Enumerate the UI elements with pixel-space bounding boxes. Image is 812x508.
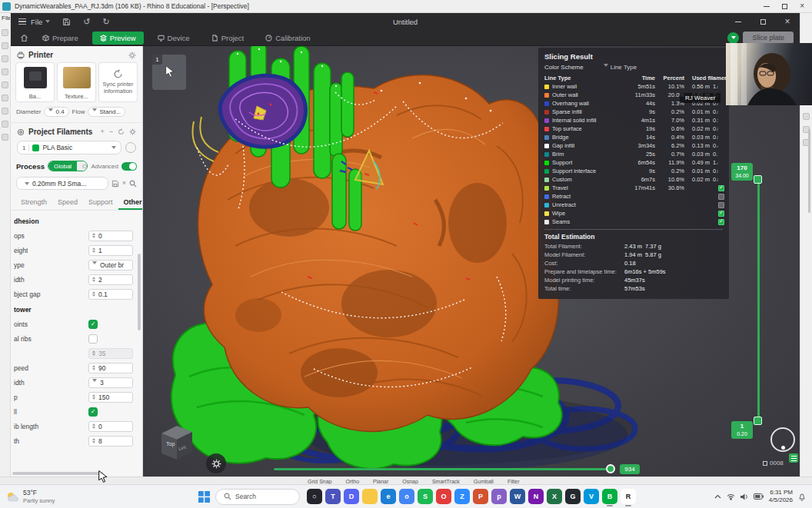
taskbar-app-icon[interactable]: O	[436, 489, 451, 504]
setting-checkbox[interactable]	[88, 320, 98, 329]
nozzle-diameter-select[interactable]: 0.4	[44, 107, 68, 117]
rhino-status-toggle[interactable]: Grid Snap	[308, 479, 332, 484]
tab-support[interactable]: Support	[83, 197, 118, 210]
taskbar-app-icon[interactable]: D	[344, 489, 359, 504]
setting-checkbox[interactable]	[88, 334, 98, 344]
search-input[interactable]: Search	[215, 489, 300, 505]
taskbar-app-icon[interactable]: S	[418, 489, 433, 504]
setting-input[interactable]: 35	[88, 348, 133, 359]
layer-slider-bottom-handle[interactable]	[754, 417, 762, 425]
file-menu[interactable]: File	[31, 18, 42, 26]
taskbar-app-icon[interactable]: P	[473, 489, 488, 504]
rhino-status-toggle[interactable]: SmartTrack	[432, 479, 460, 484]
plate-indicator[interactable]: 1	[152, 55, 186, 90]
rhino-status-toggle[interactable]: Ortho	[346, 479, 360, 484]
slice-plate-button[interactable]: Slice plate	[743, 32, 794, 44]
setting-input[interactable]: 0	[88, 421, 133, 432]
add-filament-button[interactable]: +	[100, 128, 104, 135]
stepper-arrows-icon[interactable]	[92, 246, 95, 254]
slicer-maximize-button[interactable]	[750, 13, 775, 30]
slicer-close-button[interactable]: ×	[775, 13, 800, 30]
rhino-toolbar-icon[interactable]	[2, 108, 8, 115]
setting-input[interactable]: 8	[88, 436, 133, 447]
rhino-toolbar-icon[interactable]	[2, 134, 8, 141]
move-slider-track[interactable]	[274, 468, 615, 470]
stepper-arrows-icon[interactable]	[92, 231, 95, 240]
rhino-status-toggle[interactable]: Filter	[508, 479, 520, 484]
sync-printer-button[interactable]: Sync printer information	[98, 62, 138, 102]
plate-settings-icon[interactable]	[789, 453, 798, 463]
redo-button[interactable]: ↻	[103, 18, 110, 26]
volume-icon[interactable]	[740, 493, 748, 500]
taskbar-app-icon[interactable]: X	[547, 489, 562, 504]
setting-input[interactable]: 3	[88, 377, 133, 388]
hamburger-menu-icon[interactable]	[18, 18, 26, 25]
clock[interactable]: 6:31 PM 4/5/2026	[769, 489, 793, 504]
orientation-cube[interactable]: Top Left	[157, 421, 195, 463]
build-plate-card[interactable]: Texture...	[57, 62, 96, 102]
taskbar-app-icon[interactable]: W	[510, 489, 525, 504]
notification-bell-icon[interactable]	[798, 493, 806, 501]
stepper-arrows-icon[interactable]	[92, 422, 95, 430]
setting-input[interactable]: 150	[88, 392, 133, 403]
rhino-maximize-button[interactable]	[782, 4, 787, 9]
taskbar-app-icon[interactable]: ○	[307, 489, 322, 504]
remove-filament-button[interactable]: −	[109, 128, 113, 135]
tab-prepare[interactable]: Prepare	[35, 32, 86, 45]
rhino-status-toggle[interactable]: Osnap	[402, 479, 418, 484]
process-scope-segmented[interactable]: Global Objects	[48, 161, 88, 171]
stepper-arrows-icon[interactable]	[92, 437, 95, 445]
gear-icon[interactable]	[128, 51, 136, 59]
home-icon[interactable]	[20, 34, 28, 42]
stepper-arrows-icon[interactable]	[92, 393, 95, 401]
tab-others[interactable]: Others	[118, 197, 143, 210]
rhino-panel-tab-icon[interactable]	[803, 113, 810, 120]
taskbar-app-icon[interactable]	[362, 489, 378, 504]
taskbar-app-icon[interactable]: G	[565, 489, 581, 504]
setting-input[interactable]: 0	[88, 231, 133, 241]
stepper-arrows-icon[interactable]	[92, 290, 95, 298]
rhino-toolbar-icon[interactable]	[2, 121, 8, 128]
slicer-minimize-button[interactable]	[726, 13, 750, 30]
rhino-toolbar-icon[interactable]	[2, 29, 8, 36]
flow-select[interactable]: Stand...	[88, 107, 125, 117]
settings-scrollbar[interactable]	[138, 254, 141, 330]
line-visibility-checkbox[interactable]	[718, 202, 724, 208]
tab-speed[interactable]: Speed	[52, 197, 83, 210]
process-preset-select[interactable]: 0.20mm RJ Sma...	[16, 177, 108, 190]
battery-icon[interactable]	[754, 493, 764, 500]
rhino-toolbar-icon[interactable]	[2, 95, 8, 101]
tab-strength[interactable]: Strength	[15, 197, 52, 210]
stepper-arrows-icon[interactable]	[92, 364, 95, 372]
setting-input[interactable]: 0.1	[88, 289, 133, 300]
start-button[interactable]	[198, 491, 210, 503]
rhino-close-button[interactable]: ×	[800, 2, 804, 10]
rhino-toolbar-icon[interactable]	[2, 55, 8, 62]
rhino-panel-scrollbar[interactable]	[808, 128, 810, 213]
tab-device[interactable]: Device	[150, 32, 198, 45]
preview-viewport[interactable]: 1 Slicing Result Color Scheme Line Type …	[143, 46, 800, 476]
save-preset-icon[interactable]	[111, 180, 119, 188]
weather-widget[interactable]: 53°F Partly sunny	[0, 489, 115, 503]
setting-input[interactable]: 2	[88, 274, 133, 285]
rhino-toolbar-icon[interactable]	[2, 68, 8, 75]
taskbar-app-icon[interactable]: B	[602, 489, 617, 504]
setting-input[interactable]: 1	[88, 245, 133, 256]
tab-calibration[interactable]: Calibration	[258, 32, 318, 45]
printer-card[interactable]: Ba...	[15, 62, 55, 102]
stepper-arrows-icon[interactable]	[92, 275, 95, 284]
settings-h-scrollbar[interactable]	[12, 472, 103, 475]
taskbar-app-icon[interactable]: N	[528, 489, 544, 504]
delete-preset-icon[interactable]: ×	[122, 180, 126, 187]
line-visibility-checkbox[interactable]	[718, 211, 724, 217]
line-visibility-checkbox[interactable]	[718, 219, 724, 225]
line-visibility-checkbox[interactable]	[718, 185, 724, 191]
setting-input[interactable]: Outer br	[88, 260, 133, 271]
rhino-minimize-button[interactable]	[764, 6, 770, 7]
wifi-icon[interactable]	[727, 493, 735, 500]
save-button[interactable]	[62, 18, 71, 26]
tray-chevron-icon[interactable]	[714, 494, 721, 500]
taskbar-app-icon[interactable]: e	[381, 489, 396, 504]
sync-filament-icon[interactable]	[118, 128, 125, 135]
rhino-toolbar-icon[interactable]	[2, 81, 8, 88]
